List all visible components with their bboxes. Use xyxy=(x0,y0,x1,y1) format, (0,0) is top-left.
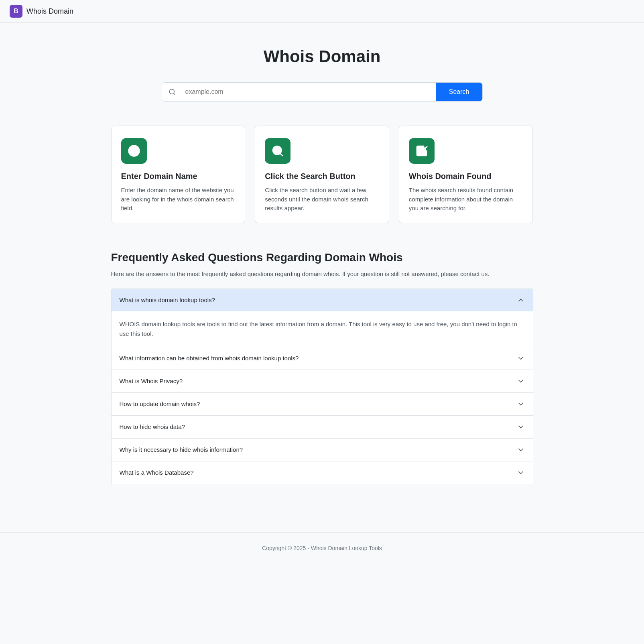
faq-title: Frequently Asked Questions Regarding Dom… xyxy=(111,251,533,264)
card-title-3: Whois Domain Found xyxy=(409,172,523,181)
card-desc-1: Enter the domain name of the website you… xyxy=(121,186,236,213)
card-title-1: Enter Domain Name xyxy=(121,172,236,181)
accordion: What is whois domain lookup tools? WHOIS… xyxy=(111,288,533,484)
search-circle-icon xyxy=(265,138,291,164)
accordion-item-1: What is whois domain lookup tools? WHOIS… xyxy=(112,289,533,347)
checkmark-icon xyxy=(409,138,435,164)
accordion-question-5: How to hide whois data? xyxy=(120,423,185,430)
accordion-item-5: How to hide whois data? xyxy=(112,416,533,439)
feature-cards: Enter Domain Name Enter the domain name … xyxy=(111,126,533,223)
page-title: Whois Domain xyxy=(111,47,533,66)
accordion-header-7[interactable]: What is a Whois Database? xyxy=(112,461,533,484)
chevron-down-icon-2 xyxy=(517,354,525,362)
chevron-up-icon xyxy=(517,296,525,304)
accordion-header-6[interactable]: Why is it necessary to hide whois inform… xyxy=(112,439,533,461)
navbar: B Whois Domain xyxy=(0,0,644,23)
main-container: Whois Domain Search Enter Domain Name xyxy=(102,23,543,532)
svg-line-5 xyxy=(280,153,282,156)
chevron-down-icon-6 xyxy=(517,446,525,454)
accordion-header-4[interactable]: How to update domain whois? xyxy=(112,393,533,415)
chevron-down-icon-5 xyxy=(517,423,525,431)
card-whois-found: Whois Domain Found The whois search resu… xyxy=(399,126,533,223)
accordion-item-2: What information can be obtained from wh… xyxy=(112,347,533,370)
accordion-header-5[interactable]: How to hide whois data? xyxy=(112,416,533,438)
footer-text: Copyright © 2025 - Whois Domain Lookup T… xyxy=(262,545,382,551)
accordion-question-3: What is Whois Privacy? xyxy=(120,378,183,384)
card-desc-2: Click the search button and wait a few s… xyxy=(265,186,379,213)
card-search-button: Click the Search Button Click the search… xyxy=(255,126,389,223)
accordion-question-1: What is whois domain lookup tools? xyxy=(120,297,215,303)
search-icon xyxy=(162,88,182,95)
accordion-body-1: WHOIS domain lookup tools are tools to f… xyxy=(112,311,533,347)
accordion-header-3[interactable]: What is Whois Privacy? xyxy=(112,370,533,392)
faq-subtitle: Here are the answers to the most frequen… xyxy=(111,270,533,277)
svg-line-1 xyxy=(173,93,175,94)
faq-section: Frequently Asked Questions Regarding Dom… xyxy=(111,251,533,484)
globe-icon xyxy=(121,138,147,164)
accordion-item-7: What is a Whois Database? xyxy=(112,461,533,484)
search-bar: Search xyxy=(162,82,483,102)
footer: Copyright © 2025 - Whois Domain Lookup T… xyxy=(0,532,644,563)
accordion-question-7: What is a Whois Database? xyxy=(120,469,194,476)
accordion-header-2[interactable]: What information can be obtained from wh… xyxy=(112,347,533,370)
accordion-item-6: Why is it necessary to hide whois inform… xyxy=(112,439,533,461)
card-title-2: Click the Search Button xyxy=(265,172,379,181)
accordion-question-2: What information can be obtained from wh… xyxy=(120,355,299,362)
accordion-question-4: How to update domain whois? xyxy=(120,400,200,407)
chevron-down-icon-4 xyxy=(517,400,525,408)
chevron-down-icon-3 xyxy=(517,377,525,385)
domain-search-input[interactable] xyxy=(182,83,436,101)
accordion-item-4: How to update domain whois? xyxy=(112,393,533,416)
card-desc-3: The whois search results found contain c… xyxy=(409,186,523,213)
brand-label: Whois Domain xyxy=(26,7,73,16)
brand-icon: B xyxy=(10,5,22,18)
accordion-question-6: Why is it necessary to hide whois inform… xyxy=(120,446,243,453)
search-button[interactable]: Search xyxy=(436,83,482,101)
accordion-header-1[interactable]: What is whois domain lookup tools? xyxy=(112,289,533,311)
accordion-item-3: What is Whois Privacy? xyxy=(112,370,533,393)
chevron-down-icon-7 xyxy=(517,469,525,477)
brand-link[interactable]: B Whois Domain xyxy=(10,5,73,18)
card-enter-domain: Enter Domain Name Enter the domain name … xyxy=(111,126,246,223)
